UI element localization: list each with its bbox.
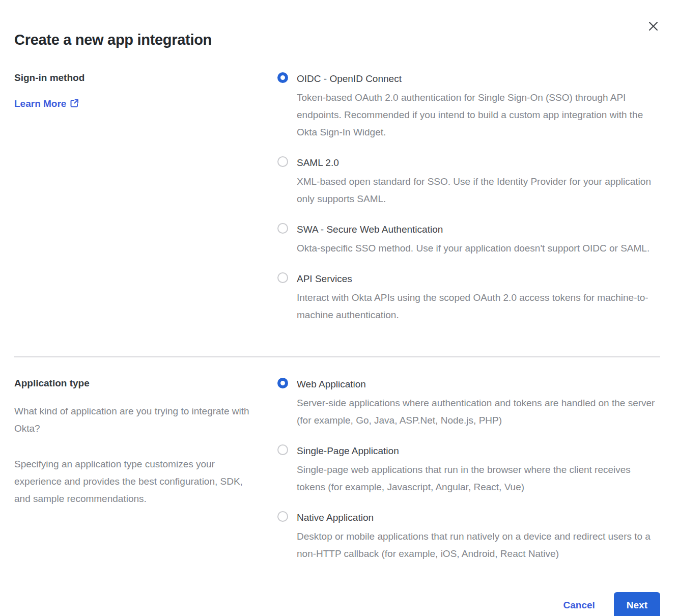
external-link-icon [70,98,79,110]
option-label-native-application: Native Application [297,511,659,525]
radio-option-oidc[interactable]: OIDC - OpenID Connect Token-based OAuth … [277,72,660,141]
radio-option-saml[interactable]: SAML 2.0 XML-based open standard for SSO… [277,156,660,208]
option-description-oidc: Token-based OAuth 2.0 authentication for… [297,89,659,141]
radio-option-web-application[interactable]: Web Application Server-side applications… [277,377,660,429]
radio-button-oidc-selected[interactable] [277,72,288,83]
option-label-swa: SWA - Secure Web Authentication [297,222,649,237]
application-type-options: Web Application Server-side applications… [277,377,660,563]
option-description-single-page-application: Single-page web applications that run in… [297,461,659,496]
sign-in-method-left-column: Sign-in method Learn More [14,72,277,324]
application-type-question: What kind of application are you trying … [14,403,256,437]
option-label-web-application: Web Application [297,377,659,391]
radio-option-swa[interactable]: SWA - Secure Web Authentication Okta-spe… [277,222,660,257]
create-app-integration-dialog: Create a new app integration Sign-in met… [0,0,678,616]
section-divider [14,356,660,357]
cancel-button[interactable]: Cancel [563,600,595,611]
learn-more-label: Learn More [14,98,66,109]
radio-button-web-application-selected[interactable] [277,378,288,388]
dialog-footer: Cancel Next [14,592,660,616]
option-description-swa: Okta-specific SSO method. Use if your ap… [297,240,649,257]
application-type-explanation: Specifying an application type customize… [14,456,256,508]
radio-option-native-application[interactable]: Native Application Desktop or mobile app… [277,511,660,563]
close-button[interactable] [646,19,660,33]
option-description-api-services: Interact with Okta APIs using the scoped… [297,289,659,324]
next-button[interactable]: Next [614,592,660,616]
page-title: Create a new app integration [14,0,660,48]
option-label-saml: SAML 2.0 [297,156,659,170]
learn-more-link[interactable]: Learn More [14,98,79,110]
option-label-single-page-application: Single-Page Application [297,444,659,458]
option-description-native-application: Desktop or mobile applications that run … [297,528,659,563]
radio-button-native-application[interactable] [277,511,288,522]
sign-in-method-options: OIDC - OpenID Connect Token-based OAuth … [277,72,660,324]
application-type-heading: Application type [14,377,262,389]
option-description-saml: XML-based open standard for SSO. Use if … [297,173,659,208]
option-label-oidc: OIDC - OpenID Connect [297,72,659,86]
sign-in-method-section: Sign-in method Learn More OIDC - OpenID … [14,72,660,324]
radio-option-api-services[interactable]: API Services Interact with Okta APIs usi… [277,272,660,324]
option-description-web-application: Server-side applications where authentic… [297,395,659,429]
radio-button-swa[interactable] [277,223,288,234]
option-label-api-services: API Services [297,272,659,286]
application-type-left-column: Application type What kind of applicatio… [14,377,277,563]
radio-button-saml[interactable] [277,156,288,167]
close-icon [648,21,658,31]
application-type-section: Application type What kind of applicatio… [14,377,660,563]
radio-button-api-services[interactable] [277,272,288,283]
radio-option-single-page-application[interactable]: Single-Page Application Single-page web … [277,444,660,496]
sign-in-method-heading: Sign-in method [14,72,277,84]
radio-button-single-page-application[interactable] [277,444,288,455]
